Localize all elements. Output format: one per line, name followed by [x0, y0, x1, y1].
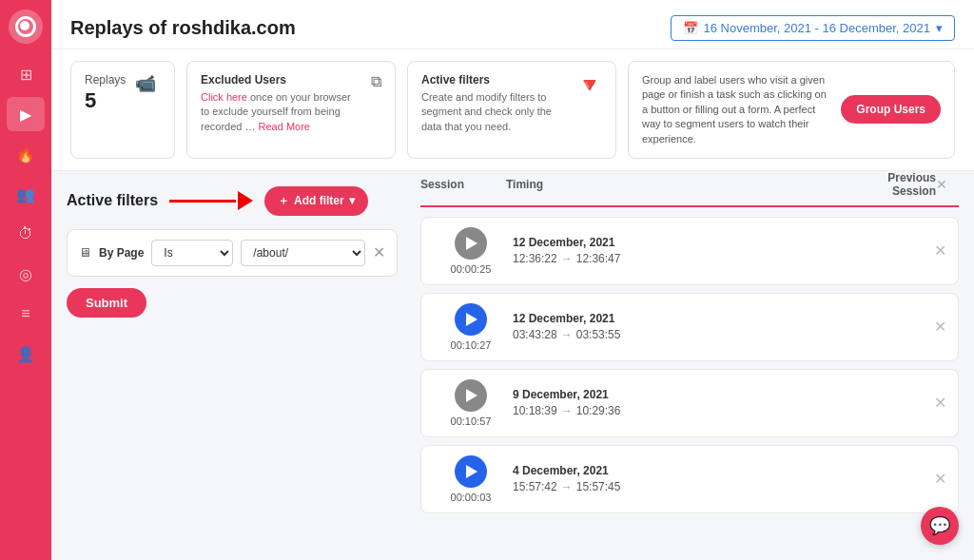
session-close-button[interactable]: ✕ — [934, 241, 946, 260]
play-triangle-icon — [466, 313, 477, 326]
play-button[interactable] — [455, 379, 487, 412]
session-info: 4 December, 2021 15:57:42 → 15:57:45 — [513, 464, 923, 493]
users-icon: 👥 — [16, 185, 35, 203]
play-button[interactable] — [455, 227, 487, 260]
filter-remove-button[interactable]: ✕ — [373, 243, 385, 261]
arrow-body — [169, 200, 236, 203]
group-users-button[interactable]: Group Users — [841, 95, 941, 124]
session-times: 03:43:28 → 03:53:55 — [513, 328, 923, 341]
submit-button[interactable]: Submit — [67, 288, 146, 318]
session-play-col: 00:00:25 — [433, 227, 509, 275]
time-start: 03:43:28 — [513, 328, 557, 341]
session-info: 9 December, 2021 10:18:39 → 10:29:36 — [513, 388, 923, 417]
arrow-icon: → — [561, 328, 573, 341]
sidebar: ⊞ ▶ 🔥 👥 ⏱ ◎ ≡ 👤 — [0, 0, 51, 560]
filter-by-page-label: By Page — [99, 246, 144, 260]
sidebar-logo[interactable] — [9, 10, 43, 44]
chat-bubble-button[interactable]: 💬 — [921, 507, 959, 545]
stats-row: Replays 5 📹 Excluded Users Click here on… — [51, 49, 974, 171]
events-icon: ⏱ — [18, 225, 33, 242]
group-users-card: Group and label users who visit a given … — [628, 61, 955, 159]
add-filter-button[interactable]: ＋ Add filter ▾ — [264, 186, 368, 216]
session-play-col: 00:10:27 — [433, 303, 509, 351]
sidebar-item-funnels[interactable]: ≡ — [7, 297, 45, 331]
group-users-text: Group and label users who visit a given … — [642, 73, 829, 146]
sessions-list: 00:00:25 12 December, 2021 12:36:22 → 12… — [420, 217, 959, 521]
profiles-icon: 👤 — [16, 345, 35, 363]
time-end: 12:36:47 — [576, 252, 621, 265]
play-triangle-icon — [466, 389, 477, 402]
replays-icon: ▶ — [20, 106, 31, 124]
excluded-users-card: Excluded Users Click here once on your b… — [186, 61, 396, 159]
sidebar-item-heatmaps[interactable]: 🔥 — [7, 137, 45, 171]
sidebar-item-replays[interactable]: ▶ — [7, 97, 45, 131]
logo-icon — [15, 16, 36, 37]
date-range-button[interactable]: 📅 16 November, 2021 - 16 December, 2021 … — [671, 15, 955, 41]
active-filters-title: Active filters — [421, 73, 567, 87]
filter-operator-select[interactable]: Is Is not Contains — [151, 240, 233, 266]
replays-stat-card: Replays 5 📹 — [70, 61, 175, 159]
copy-icon: ⧉ — [371, 73, 381, 90]
read-more-link[interactable]: Read More — [259, 121, 310, 132]
sidebar-item-events[interactable]: ⏱ — [7, 217, 45, 251]
excluded-link[interactable]: Click here — [201, 91, 247, 103]
session-duration: 00:00:25 — [451, 263, 492, 275]
session-times: 15:57:42 → 15:57:45 — [513, 480, 923, 493]
session-date: 12 December, 2021 — [513, 236, 923, 249]
chat-icon: 💬 — [929, 515, 950, 536]
sidebar-item-dashboard[interactable]: ⊞ — [7, 57, 45, 91]
sessions-panel: Session Timing PreviousSession ✕ 00:00:2… — [413, 171, 974, 560]
filter-panel: Active filters ＋ Add filter ▾ 🖥 By Page … — [51, 171, 413, 560]
excluded-text: Click here once on your browser to exclu… — [201, 90, 361, 134]
arrow-icon: → — [561, 252, 573, 265]
play-button[interactable] — [455, 455, 487, 488]
excluded-title: Excluded Users — [201, 73, 361, 87]
session-info: 12 December, 2021 03:43:28 → 03:53:55 — [513, 312, 923, 341]
sidebar-item-users[interactable]: 👥 — [7, 177, 45, 211]
time-end: 03:53:55 — [576, 328, 621, 341]
play-triangle-icon — [466, 465, 477, 478]
heatmaps-icon: 🔥 — [16, 145, 35, 164]
calendar-icon: 📅 — [683, 21, 698, 35]
arrow-indicator — [169, 191, 253, 210]
session-close-button[interactable]: ✕ — [934, 470, 946, 488]
chevron-down-icon: ▾ — [936, 21, 943, 35]
active-filters-card: Active filters Create and modify filters… — [407, 61, 616, 159]
time-start: 15:57:42 — [513, 480, 557, 493]
arrow-head — [238, 191, 253, 210]
col-header-timing: Timing — [506, 178, 850, 191]
page-title: Replays of roshdika.com — [70, 17, 296, 39]
main-content: Replays of roshdika.com 📅 16 November, 2… — [51, 0, 974, 560]
excluded-content: Excluded Users Click here once on your b… — [201, 73, 361, 134]
sidebar-item-goals[interactable]: ◎ — [7, 257, 45, 291]
session-duration: 00:10:27 — [451, 339, 492, 351]
session-times: 10:18:39 → 10:29:36 — [513, 404, 923, 417]
play-button[interactable] — [455, 303, 487, 336]
session-close-button[interactable]: ✕ — [934, 318, 946, 336]
funnel-icon: 🔻 — [576, 73, 602, 98]
session-card: 00:10:57 9 December, 2021 10:18:39 → 10:… — [420, 369, 959, 437]
active-filters-text: Create and modify filters to segment and… — [421, 90, 567, 134]
session-play-col: 00:00:03 — [433, 455, 509, 503]
add-filter-label: Add filter — [294, 194, 344, 207]
time-end: 15:57:45 — [576, 480, 621, 493]
play-triangle-icon — [466, 237, 477, 250]
session-date: 4 December, 2021 — [513, 464, 923, 477]
filter-value-select[interactable]: /about/ /home/ /contact/ — [241, 240, 365, 266]
filter-header: Active filters ＋ Add filter ▾ — [67, 186, 398, 216]
page-header: Replays of roshdika.com 📅 16 November, 2… — [51, 0, 974, 49]
session-close-button[interactable]: ✕ — [934, 394, 946, 412]
col-header-session: Session — [420, 178, 506, 191]
session-play-col: 00:10:57 — [433, 379, 509, 427]
col-header-close: ✕ — [936, 176, 959, 193]
content-area: Active filters ＋ Add filter ▾ 🖥 By Page … — [51, 171, 974, 560]
session-info: 12 December, 2021 12:36:22 → 12:36:47 — [513, 236, 923, 265]
session-card: 00:00:25 12 December, 2021 12:36:22 → 12… — [420, 217, 959, 285]
funnels-icon: ≡ — [21, 305, 29, 322]
filter-title: Active filters — [67, 192, 158, 209]
page-icon: 🖥 — [79, 245, 91, 260]
sidebar-item-profiles[interactable]: 👤 — [7, 337, 45, 371]
arrow-icon: → — [561, 404, 573, 417]
arrow-icon: → — [561, 480, 573, 493]
video-icon: 📹 — [135, 73, 156, 94]
